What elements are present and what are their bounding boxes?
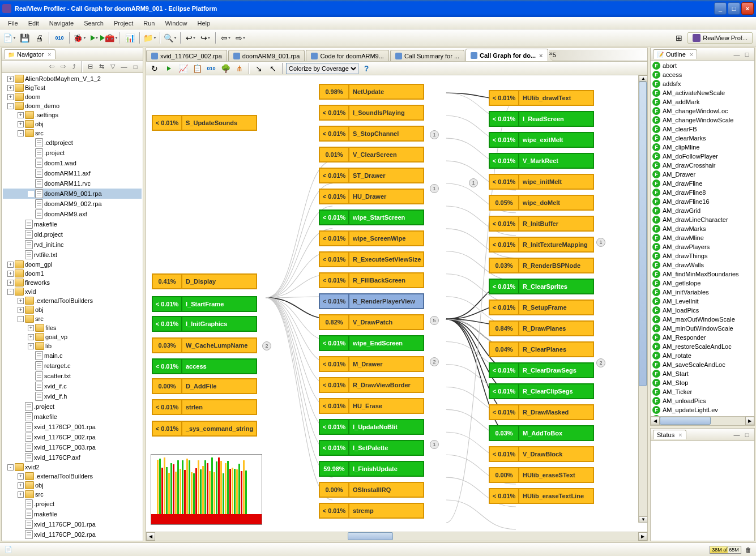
outline-item[interactable]: FAM_findMinMaxBoundaries — [651, 270, 754, 279]
graph-node[interactable]: < 0.01%I_InitGraphics — [152, 316, 257, 332]
tree-item[interactable]: old.project — [3, 229, 142, 239]
tree-item[interactable]: +.externalToolBuilders — [3, 296, 142, 305]
outline-item[interactable]: FAM_addMark — [651, 97, 754, 106]
tree-item[interactable]: rvtfile.txt — [3, 250, 142, 260]
tree-item[interactable]: +doom_gpl — [3, 260, 142, 269]
graph-node[interactable]: < 0.01%wipe_EndScreen — [319, 335, 424, 351]
tree-item[interactable]: doomARM9.axf — [3, 209, 142, 219]
outline-item[interactable]: FAM_activateNewScale — [651, 88, 754, 97]
outline-item[interactable]: FAM_drawFline8 — [651, 188, 754, 197]
tree-item[interactable]: +.settings — [3, 110, 142, 119]
outline-item[interactable]: FAM_clearMarks — [651, 134, 754, 143]
nav-menu-button[interactable]: ▽ — [108, 62, 118, 72]
outline-item[interactable]: FAM_drawPlayers — [651, 242, 754, 251]
outline-item[interactable]: FAM_drawCrosshair — [651, 161, 754, 170]
graph-node[interactable]: < 0.01%wipe_StartScreen — [319, 209, 424, 225]
ext-tools-button[interactable]: 🧰▼ — [103, 32, 116, 44]
save-button[interactable]: 💾 — [18, 32, 31, 44]
alt1-button[interactable]: 📊 — [123, 32, 136, 44]
outline-item[interactable]: FAM_updateLightLev — [651, 405, 754, 414]
nav-link-button[interactable]: ⇆ — [96, 62, 106, 72]
chart-button[interactable]: 📈 — [177, 62, 189, 75]
graph-node[interactable]: < 0.01%S_StopChannel — [319, 126, 424, 142]
graph-node[interactable]: 0.84%R_DrawPlanes — [489, 320, 594, 336]
tree-item[interactable]: doom1.wad — [3, 158, 142, 168]
outline-item[interactable]: FAM_Stop — [651, 378, 754, 387]
back-button[interactable]: ⇦▼ — [220, 32, 232, 44]
newfolder-button[interactable]: 📁▼ — [144, 32, 156, 44]
status-tab[interactable]: Status × — [653, 430, 686, 439]
graph-node[interactable]: < 0.01%I_SoundIsPlaying — [319, 105, 424, 121]
outline-item[interactable]: Faccess — [651, 70, 754, 79]
outline-item[interactable]: FAM_rotate — [651, 351, 754, 360]
nav-collapse-button[interactable]: ⊟ — [85, 62, 95, 72]
outline-tab[interactable]: 📝 Outline × — [653, 49, 697, 59]
tree-item[interactable]: .project — [3, 401, 142, 412]
graph-node[interactable]: < 0.01%HU_Erase — [319, 398, 424, 414]
tree-item[interactable]: retarget.c — [3, 361, 142, 371]
tree-item[interactable]: -src — [3, 314, 142, 323]
close-icon[interactable]: × — [48, 51, 51, 58]
graph-node[interactable]: < 0.01%I_UpdateNoBlit — [319, 419, 424, 435]
outline-item[interactable]: FAM_drawGrid — [651, 206, 754, 215]
graph-node[interactable]: < 0.01%R_InitTextureMapping — [489, 237, 594, 253]
tree-item[interactable]: +AlienRobotMayhem_V_1_2 — [3, 74, 142, 83]
editor-tab[interactable]: Code for doomARM9... — [306, 50, 389, 61]
menu-window[interactable]: Window — [160, 19, 191, 28]
tree-item[interactable]: -xvid2 — [3, 463, 142, 472]
minimize-view-button[interactable]: — — [119, 62, 129, 72]
tree-item[interactable]: doomARM11.axf — [3, 168, 142, 178]
tree-item[interactable]: -xvid — [3, 287, 142, 296]
report-button[interactable]: 📋 — [191, 62, 203, 75]
search-button[interactable]: 🔍▼ — [164, 32, 177, 44]
outline-list[interactable]: FabortFaccessFaddsfxFAM_activateNewScale… — [651, 61, 754, 416]
minimize-button[interactable]: _ — [714, 2, 727, 15]
outline-item[interactable]: FAM_Responder — [651, 333, 754, 342]
tree-item[interactable]: .cdtproject — [3, 138, 142, 148]
outline-item[interactable]: FAM_restoreScaleAndLoc — [651, 342, 754, 351]
navigator-tab[interactable]: 📁 Navigator × — [4, 49, 55, 59]
tree-item[interactable]: xvid_1176CP_003.rpa — [3, 442, 142, 452]
tree-item[interactable]: xvid_1176CP_002.rpa — [3, 432, 142, 442]
tree-item[interactable]: +BigTest — [3, 83, 142, 92]
graph-node[interactable]: 0.03%R_RenderBSPNode — [489, 258, 594, 273]
close-icon[interactable]: × — [690, 51, 693, 58]
outline-item[interactable]: FAM_maxOutWindowScale — [651, 315, 754, 324]
refresh-button[interactable]: ↻ — [148, 62, 161, 75]
minimap[interactable] — [151, 454, 262, 525]
graph-node[interactable]: < 0.01%access — [152, 358, 257, 374]
debug-button[interactable]: 🐞▼ — [74, 32, 86, 44]
outline-item[interactable]: FAM_changeWindowLoc — [651, 106, 754, 116]
outline-item[interactable]: FAM_clipMline — [651, 143, 754, 152]
tree-item[interactable]: xvid_if.c — [3, 381, 142, 391]
tree-button[interactable]: 🌳 — [219, 62, 232, 75]
graph-node[interactable]: < 0.01%ST_Drawer — [319, 168, 424, 183]
graph-node[interactable]: < 0.01%R_InitBuffer — [489, 216, 594, 232]
menu-navigate[interactable]: Navigate — [45, 19, 78, 28]
menu-run[interactable]: Run — [139, 19, 159, 28]
graph-node[interactable]: < 0.01%R_DrawMasked — [489, 404, 594, 420]
tree-item[interactable]: +files — [3, 323, 142, 332]
tree-item[interactable]: +lib — [3, 341, 142, 350]
new-button[interactable]: 📄▼ — [3, 32, 16, 44]
editor-tab[interactable]: doomARM9_001.rpa — [228, 50, 305, 61]
tree-item[interactable]: +obj — [3, 305, 142, 314]
menu-project[interactable]: Project — [109, 19, 138, 28]
status-min-button[interactable]: — — [732, 430, 742, 440]
nav-back-button[interactable]: ⇦ — [46, 62, 57, 72]
graph-node[interactable]: < 0.01%R_ClearSprites — [489, 279, 594, 294]
graph-node[interactable]: < 0.01%S_UpdateSounds — [152, 115, 257, 131]
graph-node[interactable]: < 0.01%wipe_exitMelt — [489, 132, 594, 148]
statusbar-icon[interactable]: 📄 — [3, 545, 14, 555]
outline-item[interactable]: FAM_Ticker — [651, 387, 754, 396]
graph-node[interactable]: 0.00%OSInstallIRQ — [319, 482, 424, 498]
tree-item[interactable]: rvd_init.inc — [3, 239, 142, 250]
call-graph-view[interactable]: < 0.01%S_UpdateSounds0.41%D_Display< 0.0… — [146, 75, 647, 532]
tree-item[interactable]: +src — [3, 490, 142, 499]
close-icon[interactable]: × — [678, 431, 682, 438]
tree-item[interactable]: makefile — [3, 219, 142, 229]
graph-node[interactable]: < 0.01%V_MarkRect — [489, 153, 594, 169]
graph-node[interactable]: < 0.01%R_RenderPlayerView — [319, 293, 424, 309]
tree-item[interactable]: xvid_1176CP_001.rpa — [3, 422, 142, 432]
tree-item[interactable]: xvid_if.h — [3, 391, 142, 401]
